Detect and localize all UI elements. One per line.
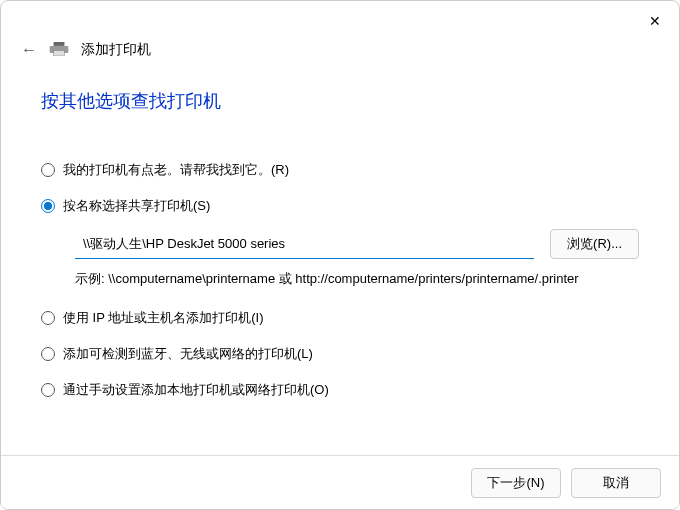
option-label: 使用 IP 地址或主机名添加打印机(I) — [63, 309, 264, 327]
browse-button[interactable]: 浏览(R)... — [550, 229, 639, 259]
close-icon: ✕ — [649, 13, 661, 29]
close-button[interactable]: ✕ — [643, 9, 667, 33]
svg-rect-0 — [54, 42, 65, 46]
wizard-header: ← 添加打印机 — [1, 1, 679, 59]
option-bluetooth[interactable]: 添加可检测到蓝牙、无线或网络的打印机(L) — [41, 345, 639, 363]
radio-icon — [41, 383, 55, 397]
radio-icon — [41, 163, 55, 177]
back-arrow-icon[interactable]: ← — [21, 41, 37, 59]
radio-icon — [41, 311, 55, 325]
cancel-button[interactable]: 取消 — [571, 468, 661, 498]
shared-printer-input[interactable] — [75, 229, 534, 259]
radio-icon — [41, 199, 55, 213]
svg-rect-2 — [54, 50, 65, 55]
header-title: 添加打印机 — [81, 41, 151, 59]
option-manual[interactable]: 通过手动设置添加本地打印机或网络打印机(O) — [41, 381, 639, 399]
option-label: 通过手动设置添加本地打印机或网络打印机(O) — [63, 381, 329, 399]
example-text: 示例: \\computername\printername 或 http://… — [75, 269, 639, 289]
option-label: 我的打印机有点老。请帮我找到它。(R) — [63, 161, 289, 179]
printer-icon — [49, 42, 69, 59]
next-button[interactable]: 下一步(N) — [471, 468, 561, 498]
page-title: 按其他选项查找打印机 — [41, 89, 639, 113]
option-by-name[interactable]: 按名称选择共享打印机(S) — [41, 197, 639, 215]
radio-icon — [41, 347, 55, 361]
option-label: 添加可检测到蓝牙、无线或网络的打印机(L) — [63, 345, 313, 363]
option-old-printer[interactable]: 我的打印机有点老。请帮我找到它。(R) — [41, 161, 639, 179]
option-by-ip[interactable]: 使用 IP 地址或主机名添加打印机(I) — [41, 309, 639, 327]
wizard-footer: 下一步(N) 取消 — [1, 455, 679, 509]
option-label: 按名称选择共享打印机(S) — [63, 197, 210, 215]
